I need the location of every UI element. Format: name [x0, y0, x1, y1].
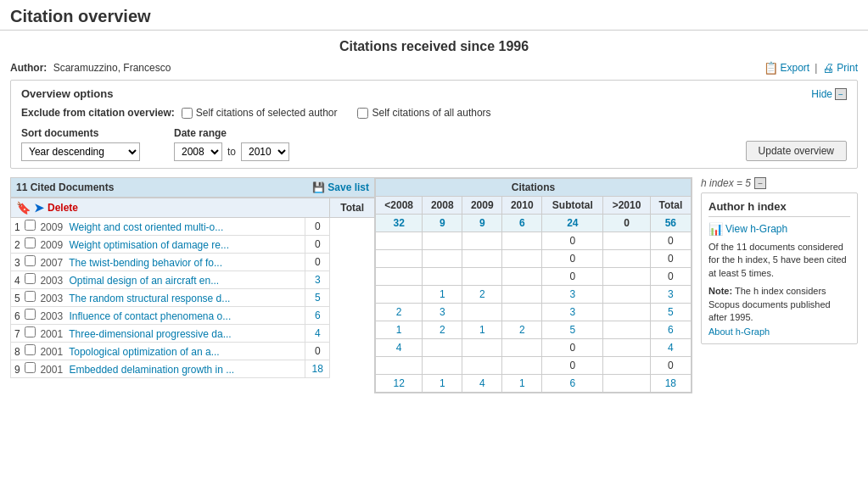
- self-citations-all-checkbox[interactable]: [357, 108, 368, 119]
- h-index-note: Note: The h index considers Scopus docum…: [708, 285, 850, 324]
- citation-cell: [603, 339, 650, 357]
- citations-main-header: Citations: [376, 179, 692, 197]
- citation-cell: [462, 357, 502, 375]
- citation-cell: 2: [462, 286, 502, 304]
- export-icon: 📋: [764, 61, 778, 75]
- citation-cell: 5: [542, 321, 603, 339]
- citations-table: Citations <2008200820092010Subtotal>2010…: [375, 178, 692, 393]
- doc-title-link[interactable]: Optimal design of an aircraft en...: [69, 275, 219, 287]
- citation-cell: [376, 357, 423, 375]
- row-number: 4: [14, 275, 20, 287]
- hide-button[interactable]: Hide −: [811, 88, 847, 100]
- citation-cell: 3: [650, 286, 691, 304]
- citations-row: 1233: [376, 286, 692, 304]
- citations-row: 00: [376, 357, 692, 375]
- row-year: 2003: [40, 310, 63, 322]
- citation-cell: 0: [542, 250, 603, 268]
- doc-title-link[interactable]: Weight and cost oriented multi-o...: [69, 221, 223, 233]
- hide-label: Hide: [811, 88, 832, 100]
- doc-title-link[interactable]: Weight optimisation of damage re...: [69, 239, 229, 251]
- citation-cell: [603, 357, 650, 375]
- citation-cell: 0: [542, 357, 603, 375]
- doc-title-link[interactable]: Topological optimization of an a...: [69, 346, 219, 358]
- self-citations-all-label: Self citations of all authors: [372, 107, 490, 119]
- cited-docs-table: 🔖 ➤ Delete Total 1 2009 Weight and cos: [10, 198, 375, 378]
- sort-select[interactable]: Year descending Year ascending Title A-Z: [21, 142, 140, 161]
- row-checkbox[interactable]: [25, 220, 36, 231]
- citation-cell: 0: [542, 232, 603, 250]
- print-button[interactable]: 🖨 Print: [822, 61, 858, 75]
- view-h-graph-label: View h-Graph: [725, 223, 787, 235]
- doc-title-link[interactable]: Three-dimensional progressive da...: [69, 328, 231, 340]
- minus-icon: −: [835, 88, 847, 100]
- export-button[interactable]: 📋 Export: [764, 61, 810, 75]
- citation-cell: 2: [376, 304, 423, 321]
- row-checkbox[interactable]: [25, 326, 36, 337]
- update-overview-button[interactable]: Update overview: [746, 141, 847, 161]
- h-index-panel: h index = 5 − Author h index 📊 View h-Gr…: [701, 177, 858, 393]
- citation-cell: [423, 232, 462, 250]
- table-row: 4 2003 Optimal design of an aircraft en.…: [11, 271, 375, 289]
- row-checkbox[interactable]: [25, 273, 36, 284]
- row-checkbox[interactable]: [25, 309, 36, 320]
- date-from-select[interactable]: 200520062007 200820092010 20112012: [174, 142, 222, 161]
- row-number: 2: [14, 239, 20, 251]
- citations-row: 00: [376, 232, 692, 250]
- cited-docs-header: 11 Cited Documents 💾 Save list: [10, 177, 375, 198]
- row-total: 6: [305, 307, 330, 325]
- row-number: 7: [14, 328, 20, 340]
- page-title: Citation overview: [10, 7, 858, 26]
- row-year: 2003: [40, 293, 63, 304]
- save-list-button[interactable]: 💾 Save list: [312, 181, 369, 193]
- view-h-graph-button[interactable]: 📊 View h-Graph: [708, 222, 850, 236]
- citation-cell: [603, 375, 650, 393]
- table-row: 6 2003 Influence of contact phenomena o.…: [11, 307, 375, 325]
- row-checkbox[interactable]: [25, 344, 36, 355]
- row-checkbox[interactable]: [25, 237, 36, 248]
- about-h-graph-link[interactable]: About h-Graph: [708, 326, 850, 337]
- citation-cell: 1: [376, 321, 423, 339]
- citations-row: 121256: [376, 321, 692, 339]
- citations-row: 00: [376, 268, 692, 286]
- delete-all-button[interactable]: Delete: [48, 202, 78, 214]
- year-col-header: >2010: [603, 197, 650, 215]
- doc-title-link[interactable]: The twist-bending behavior of fo...: [69, 257, 222, 269]
- main-title: Citations received since 1996: [0, 31, 868, 59]
- citation-cell: [462, 232, 502, 250]
- doc-title-link[interactable]: The random structural response d...: [69, 293, 230, 304]
- row-checkbox[interactable]: [25, 255, 36, 266]
- self-citations-selected-checkbox-group[interactable]: Self citations of selected author: [182, 107, 338, 119]
- citation-cell: 3: [423, 304, 462, 321]
- citations-row: 2335: [376, 304, 692, 321]
- citation-cell: [502, 286, 542, 304]
- h-index-value: h index = 5: [701, 177, 751, 189]
- citation-cell: [502, 250, 542, 268]
- row-total: 0: [305, 236, 330, 254]
- row-total: 3: [305, 271, 330, 289]
- year-col-header: 2008: [423, 197, 462, 215]
- h-index-collapse-icon[interactable]: −: [754, 177, 766, 189]
- h-index-title: Author h index: [708, 200, 850, 217]
- row-checkbox[interactable]: [25, 362, 36, 373]
- citation-cell: [376, 286, 423, 304]
- citations-row: 12141618: [376, 375, 692, 393]
- year-col-header: Subtotal: [542, 197, 603, 215]
- citation-cell: 1: [502, 375, 542, 393]
- doc-title-link[interactable]: Influence of contact phenomena o...: [69, 310, 231, 322]
- row-total: 0: [305, 343, 330, 360]
- total-cell: 56: [650, 215, 691, 232]
- citation-cell: 0: [650, 232, 691, 250]
- doc-title-link[interactable]: Embedded delamination growth in ...: [69, 364, 234, 376]
- table-row: 1 2009 Weight and cost oriented multi-o.…: [11, 218, 375, 236]
- graph-icon: 📊: [708, 222, 723, 236]
- total-col-header: Total: [330, 198, 375, 218]
- date-to-select[interactable]: 200520062007 200820092010 20112012: [241, 142, 289, 161]
- self-citations-selected-checkbox[interactable]: [182, 108, 193, 119]
- citation-cell: [603, 321, 650, 339]
- row-checkbox[interactable]: [25, 291, 36, 302]
- print-label: Print: [837, 62, 858, 74]
- citation-cell: [502, 357, 542, 375]
- save-list-icon: 💾: [312, 181, 325, 193]
- row-year: 2001: [40, 346, 63, 358]
- self-citations-all-checkbox-group[interactable]: Self citations of all authors: [357, 107, 490, 119]
